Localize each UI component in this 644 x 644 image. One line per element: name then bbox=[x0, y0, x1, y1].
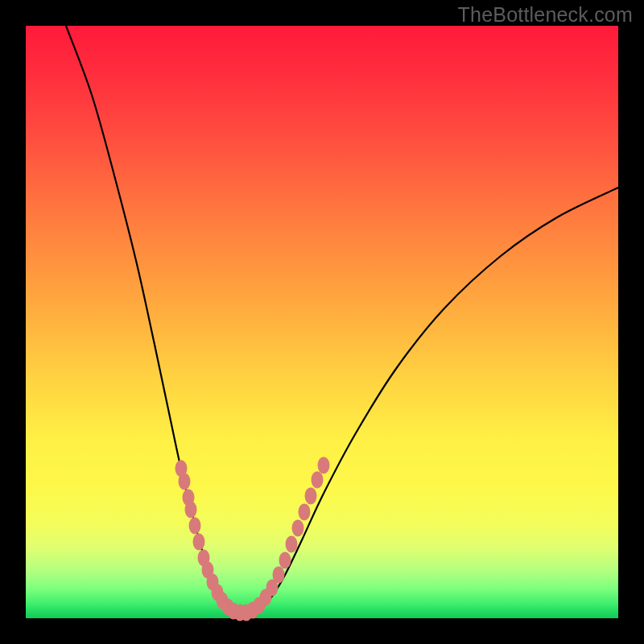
dot bbox=[279, 552, 291, 569]
dot bbox=[179, 473, 191, 490]
dot bbox=[305, 488, 317, 505]
dot bbox=[193, 534, 205, 551]
dot bbox=[273, 567, 285, 584]
dot bbox=[286, 536, 298, 553]
watermark-text: TheBottleneck.com bbox=[458, 3, 633, 27]
dot bbox=[299, 504, 311, 521]
chart-svg bbox=[26, 26, 618, 618]
chart-frame: TheBottleneck.com bbox=[0, 0, 644, 644]
dot bbox=[185, 502, 197, 518]
dot bbox=[318, 457, 330, 474]
dot bbox=[189, 518, 201, 535]
dot bbox=[292, 520, 304, 537]
dot bbox=[312, 472, 324, 489]
highlight-dots bbox=[175, 457, 330, 621]
bottleneck-curve bbox=[66, 26, 618, 615]
plot-area bbox=[26, 26, 618, 618]
